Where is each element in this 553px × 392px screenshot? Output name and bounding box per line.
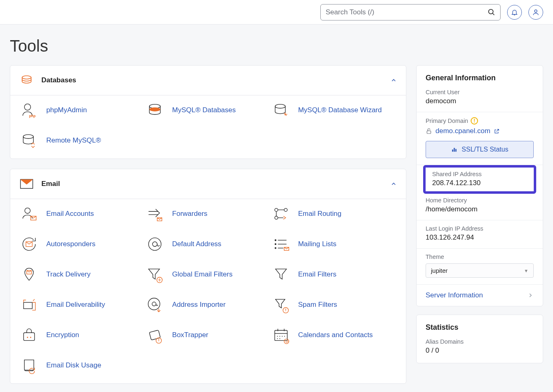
tool-email-deliverability[interactable]: Email Deliverability (19, 295, 145, 315)
general-info-title: General Information (417, 66, 543, 88)
svg-text:php: php (29, 114, 36, 118)
mailing-lists-icon (271, 234, 291, 254)
svg-point-19 (153, 242, 158, 247)
notifications-button[interactable] (507, 5, 522, 20)
tool-remote-mysql[interactable]: Remote MySQL® (19, 131, 145, 150)
tool-phpmyadmin[interactable]: php phpMyAdmin (19, 100, 145, 120)
server-information-link[interactable]: Server Information (417, 284, 543, 306)
tool-label: Track Delivery (46, 270, 91, 279)
server-info-label: Server Information (426, 291, 483, 299)
bell-icon (511, 9, 518, 16)
tool-encryption[interactable]: Encryption (19, 325, 145, 345)
chevron-right-icon (527, 292, 534, 299)
svg-point-4 (25, 104, 31, 110)
user-button[interactable] (528, 5, 543, 20)
search-box[interactable] (320, 4, 501, 20)
email-accounts-icon (19, 204, 39, 224)
boxtrapper-icon (145, 325, 165, 345)
ssl-status-button[interactable]: SSL/TLS Status (426, 141, 534, 158)
svg-point-30 (148, 298, 160, 310)
statistics-title: Statistics (417, 315, 543, 338)
address-importer-icon (145, 295, 165, 315)
forwarders-icon (145, 204, 165, 224)
tool-address-importer[interactable]: Address Importer (145, 295, 271, 315)
phpmyadmin-icon: php (19, 100, 39, 120)
theme-label: Theme (426, 254, 534, 260)
tool-label: MySQL® Databases (172, 106, 236, 114)
svg-point-15 (284, 208, 287, 212)
search-icon (487, 8, 495, 16)
svg-point-22 (275, 247, 276, 249)
tool-mysql-wizard[interactable]: MySQL® Database Wizard (271, 100, 397, 120)
tool-label: Remote MySQL® (46, 136, 101, 145)
tool-label: MySQL® Database Wizard (298, 106, 382, 114)
last-login-label: Last Login IP Address (426, 225, 534, 232)
tool-label: Encryption (46, 331, 79, 339)
warning-icon: ! (471, 117, 478, 125)
svg-rect-54 (456, 149, 457, 152)
tool-email-filters[interactable]: Email Filters (271, 265, 397, 284)
tool-spam-filters[interactable]: Spam Filters (271, 295, 397, 315)
theme-select[interactable]: jupiter ▼ (426, 263, 534, 278)
disk-usage-icon (19, 356, 39, 375)
shared-ip-label: Shared IP Address (432, 171, 527, 177)
email-routing-icon (271, 204, 291, 224)
svg-point-18 (149, 238, 161, 251)
svg-point-3 (22, 76, 31, 79)
home-dir-value: /home/democom (426, 205, 534, 213)
tool-autoresponders[interactable]: Autoresponders (19, 234, 145, 254)
shared-ip-value: 208.74.122.130 (432, 179, 527, 187)
external-link-icon (494, 128, 500, 134)
tool-label: Address Importer (172, 301, 225, 309)
tool-mailing-lists[interactable]: Mailing Lists (271, 234, 397, 254)
unlock-icon (426, 128, 432, 134)
section-email: Email Email Accounts Forwarders (10, 169, 406, 384)
tool-label: BoxTrapper (172, 331, 208, 339)
svg-point-45 (284, 336, 285, 337)
tool-email-accounts[interactable]: Email Accounts (19, 204, 145, 224)
svg-rect-29 (24, 302, 32, 308)
svg-line-1 (493, 14, 494, 15)
tool-label: Calendars and Contacts (298, 331, 373, 339)
tool-boxtrapper[interactable]: BoxTrapper (145, 325, 271, 345)
global-filters-icon (145, 265, 165, 284)
svg-point-11 (25, 208, 30, 213)
encryption-icon (19, 325, 39, 345)
tool-default-address[interactable]: Default Address (145, 234, 271, 254)
tool-forwarders[interactable]: Forwarders (145, 204, 271, 224)
ssl-button-label: SSL/TLS Status (462, 146, 508, 153)
svg-text:@: @ (285, 340, 288, 343)
tool-label: Email Disk Usage (46, 361, 101, 369)
tool-email-routing[interactable]: Email Routing (271, 204, 397, 224)
svg-point-14 (274, 208, 278, 212)
tool-mysql-databases[interactable]: MySQL® Databases (145, 100, 271, 120)
svg-point-43 (279, 336, 280, 337)
svg-rect-36 (150, 330, 161, 340)
tool-label: Mailing Lists (298, 240, 337, 248)
search-input[interactable] (326, 8, 487, 16)
deliverability-icon (19, 295, 39, 315)
svg-rect-51 (427, 131, 431, 134)
svg-rect-33 (24, 333, 35, 340)
tool-calendars-contacts[interactable]: @ Calendars and Contacts (271, 325, 397, 345)
tool-global-email-filters[interactable]: Global Email Filters (145, 265, 271, 284)
svg-point-31 (152, 302, 156, 306)
svg-point-47 (279, 338, 280, 339)
tool-label: Forwarders (172, 210, 207, 218)
tool-label: Spam Filters (298, 301, 337, 309)
mysql-wizard-icon (271, 100, 291, 120)
section-header-email[interactable]: Email (10, 169, 406, 199)
section-header-databases[interactable]: Databases (10, 66, 406, 95)
tool-label: Email Filters (298, 270, 337, 279)
spam-filters-icon (271, 295, 291, 315)
tool-label: Email Deliverability (46, 301, 105, 309)
svg-point-34 (27, 337, 28, 338)
remote-mysql-icon (19, 131, 39, 150)
tool-track-delivery[interactable]: Track Delivery (19, 265, 145, 284)
primary-domain-link[interactable]: demo.cpanel.com (435, 127, 490, 135)
section-title: Databases (41, 76, 383, 84)
mysql-databases-icon (145, 100, 165, 120)
tool-label: Email Routing (298, 210, 342, 218)
tool-email-disk-usage[interactable]: Email Disk Usage (19, 356, 145, 375)
tool-label: Email Accounts (46, 210, 94, 218)
